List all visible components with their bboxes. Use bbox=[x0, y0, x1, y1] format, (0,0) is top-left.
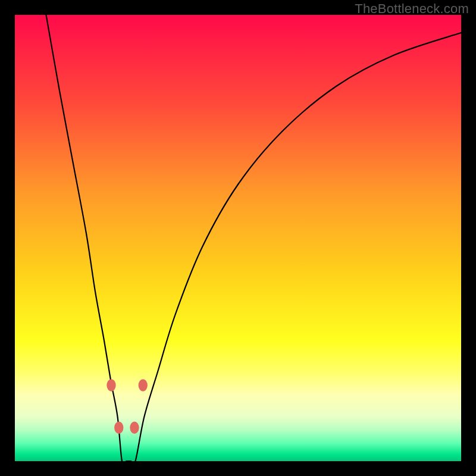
svg-point-2 bbox=[114, 421, 123, 434]
bottleneck-curve bbox=[46, 15, 462, 461]
chart-plot bbox=[15, 15, 461, 461]
svg-point-1 bbox=[107, 379, 115, 392]
threshold-dots bbox=[107, 379, 148, 434]
svg-point-3 bbox=[130, 421, 139, 434]
svg-point-4 bbox=[139, 379, 148, 392]
chart-frame bbox=[15, 15, 461, 461]
